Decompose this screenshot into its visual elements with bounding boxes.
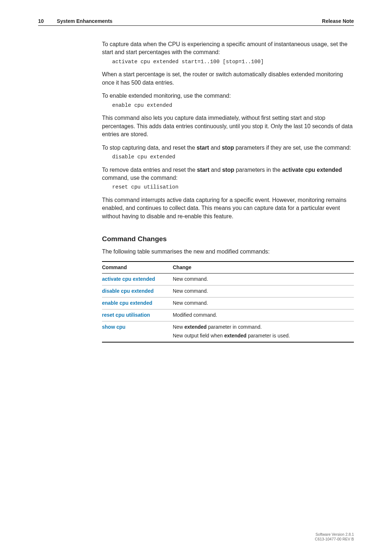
change-cell: Modified command. <box>173 309 354 321</box>
table-row: reset cpu utilisation Modified command. <box>102 309 354 321</box>
table-row: enable cpu extended New command. <box>102 297 354 309</box>
page-container: 10 System Enhancements Release Note To c… <box>0 0 392 555</box>
paragraph: To enable extended monitoring, use the c… <box>102 92 354 100</box>
command-link[interactable]: enable cpu extended <box>102 300 152 306</box>
paragraph: The following table summarises the new a… <box>102 248 354 256</box>
text-run: parameter in command. <box>207 324 262 330</box>
page-number: 10 <box>38 18 44 24</box>
text-run: and <box>209 167 222 173</box>
footer-version: Software Version 2.8.1 <box>315 532 354 537</box>
code-block: activate cpu extended start=1..100 [stop… <box>112 58 354 66</box>
emphasis: activate cpu extended <box>282 167 342 173</box>
section-heading: Command Changes <box>102 234 354 244</box>
command-link[interactable]: activate cpu extended <box>102 276 155 282</box>
change-cell: New command. <box>173 274 354 285</box>
emphasis: extended <box>224 333 246 339</box>
code-block: reset cpu utilisation <box>112 183 354 191</box>
text-run: parameter is used. <box>246 333 290 339</box>
text-run: New output field when <box>173 333 224 339</box>
change-cell: New command. <box>173 285 354 297</box>
header-left: 10 System Enhancements <box>38 18 113 24</box>
paragraph: To remove data entries and reset the sta… <box>102 166 354 182</box>
th-command: Command <box>102 262 173 274</box>
paragraph: To capture data when the CPU is experien… <box>102 40 354 57</box>
page-header: 10 System Enhancements Release Note <box>38 18 354 26</box>
text-run: To stop capturing data, and reset the <box>102 145 197 151</box>
text-run: To remove data entries and reset the <box>102 167 197 173</box>
text-run: Modified command. <box>173 312 217 318</box>
page-footer: Software Version 2.8.1 C613-10477-00 REV… <box>315 532 354 542</box>
text-run: and <box>209 145 222 151</box>
command-link[interactable]: reset cpu utilisation <box>102 312 150 318</box>
code-block: enable cpu extended <box>112 102 354 109</box>
paragraph: When a start percentage is set, the rout… <box>102 70 354 87</box>
text-run: New command. <box>173 300 208 306</box>
change-cell: New command. <box>173 297 354 309</box>
code-block: disable cpu extended <box>112 153 354 161</box>
emphasis: stop <box>222 145 234 151</box>
command-link[interactable]: disable cpu extended <box>102 288 154 294</box>
paragraph: This command also lets you capture data … <box>102 114 354 138</box>
table-row: show cpu New extended parameter in comma… <box>102 321 354 342</box>
change-cell: New extended parameter in command. New o… <box>173 321 354 342</box>
emphasis: extended <box>184 324 207 330</box>
paragraph: To stop capturing data, and reset the st… <box>102 144 354 152</box>
emphasis: start <box>197 167 209 173</box>
paragraph: This command interrupts active data capt… <box>102 196 354 220</box>
text-run: parameters in the <box>234 167 282 173</box>
command-link[interactable]: show cpu <box>102 324 126 330</box>
text-run: New <box>173 324 184 330</box>
th-change: Change <box>173 262 354 274</box>
table-row: activate cpu extended New command. <box>102 274 354 285</box>
command-table: Command Change activate cpu extended New… <box>102 261 354 343</box>
emphasis: stop <box>222 167 234 173</box>
section-title: System Enhancements <box>57 18 113 24</box>
text-run: New command. <box>173 276 208 282</box>
text-run: parameters if they are set, use the comm… <box>234 145 351 151</box>
content-body: To capture data when the CPU is experien… <box>102 40 354 343</box>
table-header-row: Command Change <box>102 262 354 274</box>
emphasis: start <box>197 145 209 151</box>
table-row: disable cpu extended New command. <box>102 285 354 297</box>
text-run: New command. <box>173 288 208 294</box>
text-run: command, use the command: <box>102 175 177 181</box>
footer-docid: C613-10477-00 REV B <box>315 537 354 542</box>
doc-type: Release Note <box>322 18 354 24</box>
